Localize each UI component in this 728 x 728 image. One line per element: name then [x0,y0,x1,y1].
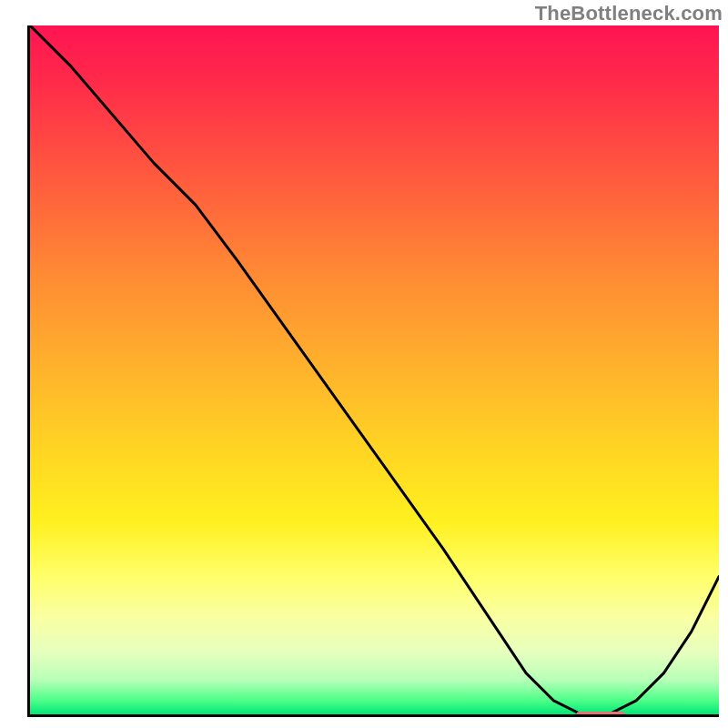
bottleneck-curve [30,25,719,714]
optimal-range-marker [576,712,624,717]
plot-area [27,25,719,717]
watermark-text: TheBottleneck.com [535,2,723,25]
